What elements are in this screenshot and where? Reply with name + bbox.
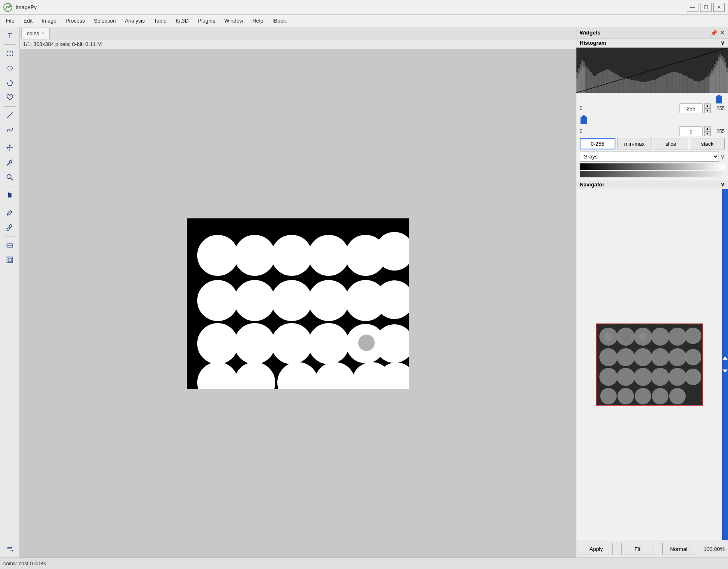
svg-marker-196 (723, 369, 728, 373)
pencil-tool[interactable] (3, 206, 17, 220)
rect-select-tool[interactable] (3, 46, 17, 60)
svg-point-47 (271, 323, 312, 364)
magic-wand-tool[interactable] (3, 156, 17, 170)
hist-input-bottom[interactable] (680, 126, 703, 136)
svg-rect-88 (625, 78, 627, 93)
hand-tool[interactable] (3, 188, 17, 202)
hist-min-label-1: 0 (580, 106, 585, 111)
tab-coins[interactable]: coins × (21, 28, 50, 39)
svg-rect-161 (721, 60, 723, 93)
maximize-button[interactable]: ☐ (700, 3, 712, 12)
hist-spin-up-bottom[interactable]: ▲ (704, 126, 711, 131)
svg-point-178 (651, 348, 669, 366)
bottom-slider-thumb[interactable] (581, 115, 587, 125)
hist-btn-0-255[interactable]: 0-255 (580, 138, 615, 149)
navigator-collapse-icon: ∨ (721, 181, 725, 188)
svg-rect-68 (592, 74, 593, 93)
ellipse-select-tool[interactable] (3, 61, 17, 75)
svg-marker-195 (723, 356, 728, 360)
hist-btn-stack[interactable]: stack (690, 138, 725, 149)
top-slider-row (580, 94, 725, 103)
line-tool[interactable] (3, 108, 17, 122)
svg-rect-121 (681, 74, 682, 93)
tab-close[interactable]: × (41, 31, 44, 36)
canvas-area: coins × 1/1; 303x384 pixels; 8-bit; 0.11… (20, 27, 576, 558)
svg-rect-93 (634, 80, 635, 93)
menu-help[interactable]: Help (248, 16, 267, 25)
close-button[interactable]: ✕ (713, 3, 725, 12)
fit-button[interactable]: Fit (621, 543, 654, 555)
panel-close-icon[interactable]: ✕ (720, 30, 725, 36)
svg-point-188 (617, 388, 634, 404)
widgets-panel-header: Widgets 📌 ✕ (576, 27, 728, 39)
frame-tool[interactable] (3, 253, 17, 267)
menu-table[interactable]: Table (150, 16, 170, 25)
svg-rect-71 (597, 74, 598, 93)
menu-edit[interactable]: Edit (19, 16, 37, 25)
pin-tool[interactable] (3, 29, 17, 43)
svg-rect-109 (661, 76, 662, 93)
bottom-slider-row (580, 115, 725, 126)
svg-rect-126 (689, 78, 691, 93)
apply-button[interactable]: Apply (580, 543, 613, 555)
svg-point-34 (234, 235, 275, 276)
more-tools[interactable] (3, 542, 17, 556)
svg-marker-11 (7, 147, 8, 149)
image-canvas[interactable] (20, 49, 576, 558)
svg-rect-164 (726, 72, 728, 93)
navigator-title-label: Navigator (580, 181, 604, 188)
menu-ibook[interactable]: IBook (268, 16, 290, 25)
navigator-side-handle[interactable] (722, 189, 728, 540)
svg-rect-104 (652, 80, 654, 93)
menu-file[interactable]: File (2, 16, 18, 25)
image-info: 1/1; 303x384 pixels; 8-bit; 0.11 M (20, 39, 576, 49)
svg-rect-4 (7, 51, 13, 55)
colormap-select[interactable]: Grays Hot Cool Jet Viridis (580, 151, 719, 162)
zoom-tool[interactable] (3, 170, 17, 184)
curve-tool[interactable] (3, 123, 17, 137)
hist-spin-up-top[interactable]: ▲ (704, 103, 711, 108)
hist-spin-down-bottom[interactable]: ▼ (704, 131, 711, 136)
svg-rect-151 (580, 70, 581, 93)
top-slider-thumb[interactable] (716, 94, 722, 105)
menu-kit3d[interactable]: Kit3D (171, 16, 193, 25)
eyedropper-tool[interactable] (3, 220, 17, 234)
svg-rect-120 (679, 73, 681, 93)
svg-rect-92 (632, 80, 634, 93)
histogram-section-title[interactable]: Histogram ∨ (576, 39, 728, 48)
navigator-footer: Apply Fit Normal 100.00% (576, 540, 728, 558)
svg-point-180 (685, 349, 701, 365)
svg-rect-162 (723, 63, 725, 93)
polygon-select-tool[interactable] (3, 76, 17, 90)
toolbar (0, 27, 20, 558)
svg-point-50 (358, 335, 375, 351)
eraser-tool[interactable] (3, 238, 17, 252)
normal-button[interactable]: Normal (662, 543, 695, 555)
svg-point-1 (9, 5, 11, 7)
navigator-section-title[interactable]: Navigator ∨ (576, 180, 728, 189)
hist-input-top[interactable] (680, 103, 703, 113)
toolbar-separator (4, 44, 16, 45)
svg-rect-110 (662, 76, 664, 93)
menu-process[interactable]: Process (62, 16, 89, 25)
svg-rect-20 (10, 193, 11, 196)
heart-tool[interactable] (3, 91, 17, 105)
svg-point-181 (599, 368, 617, 386)
menu-image[interactable]: Image (37, 16, 60, 25)
svg-point-184 (651, 368, 669, 386)
move-tool[interactable] (3, 141, 17, 155)
menu-selection[interactable]: Selection (90, 16, 120, 25)
hist-btn-min-max[interactable]: min-max (617, 138, 652, 149)
menu-analysis[interactable]: Analysis (121, 16, 149, 25)
svg-point-176 (617, 348, 635, 366)
minimize-button[interactable]: — (687, 3, 698, 12)
hist-spinner-top: ▲ ▼ (704, 103, 711, 113)
menu-window[interactable]: Window (220, 16, 247, 25)
menu-plugins[interactable]: Plugins (194, 16, 219, 25)
hist-btn-slice[interactable]: slice (654, 138, 689, 149)
svg-point-183 (634, 368, 652, 386)
histogram-controls: 0 ▲ ▼ 255 (576, 93, 728, 180)
panel-pin-icon[interactable]: 📌 (710, 30, 717, 36)
svg-point-41 (271, 280, 312, 321)
hist-spin-down-top[interactable]: ▼ (704, 108, 711, 113)
